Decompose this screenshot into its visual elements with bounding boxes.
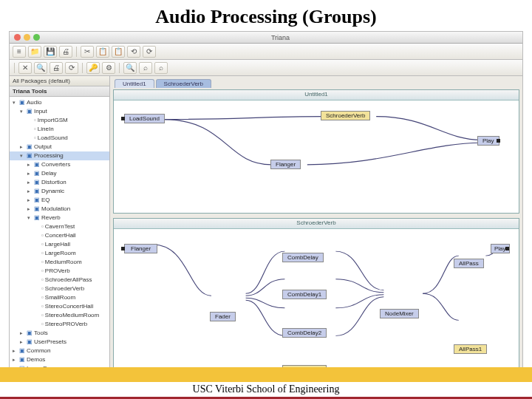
toolbar-button[interactable]: 🔍: [34, 62, 47, 74]
tree-item[interactable]: ▫StereoPROVerb: [10, 320, 109, 329]
toolbar-button[interactable]: 📋: [112, 46, 125, 58]
tree-label: LineIn: [38, 125, 54, 134]
tree-item[interactable]: ▫ImportGSM: [10, 116, 109, 125]
tree-item[interactable]: ▸▣Dynamic: [10, 187, 109, 196]
disclosure-icon[interactable]: ▸: [27, 205, 33, 214]
node-loadsound[interactable]: LoadSound: [124, 114, 165, 123]
toolbar-button[interactable]: ⚙: [102, 62, 115, 74]
toolbar-button[interactable]: 🔑: [86, 62, 100, 74]
toolbar-button[interactable]: ⟳: [65, 62, 78, 74]
tree-label: UserPresets: [34, 338, 66, 347]
disclosure-icon[interactable]: ▸: [27, 196, 33, 205]
leaf-icon: ▫: [41, 276, 44, 284]
disclosure-icon[interactable]: ▸: [27, 160, 33, 169]
tree-item[interactable]: ▫CavernTest: [10, 222, 109, 231]
tab-untitled1[interactable]: Untitled1: [115, 79, 154, 88]
canvas-bottom[interactable]: Flanger Fader CombDelay CombDelay1 CombD…: [114, 229, 519, 368]
tree-label: LargeRoom: [45, 249, 76, 258]
node-combdelay2[interactable]: CombDelay2: [282, 328, 327, 338]
tree-item[interactable]: ▸▣Common: [10, 347, 109, 355]
tree-item[interactable]: ▫SchroederAllPass: [10, 276, 109, 284]
node-combdelay1[interactable]: CombDelay1: [282, 290, 327, 299]
toolbar-button[interactable]: 📁: [28, 46, 41, 58]
tree-item[interactable]: ▸▣Converters: [10, 160, 109, 169]
tree-item[interactable]: ▫LargeHall: [10, 240, 109, 249]
close-icon[interactable]: [14, 34, 21, 41]
minimize-icon[interactable]: [24, 34, 30, 41]
tree-item[interactable]: ▫LargeRoom: [10, 249, 109, 258]
disclosure-icon[interactable]: ▸: [20, 143, 25, 151]
toolbar-button[interactable]: 🖨: [50, 62, 63, 74]
tree-label: ImportGSM: [38, 116, 68, 125]
toolbar-button[interactable]: 📋: [96, 46, 109, 58]
disclosure-icon[interactable]: ▸: [27, 169, 33, 178]
toolbar-button[interactable]: ⟳: [143, 46, 156, 58]
tree-item[interactable]: ▸▣Tools: [10, 329, 109, 338]
tab-schroederverb[interactable]: SchroederVerb: [156, 79, 211, 88]
tree-item[interactable]: ▸▣Delay: [10, 169, 109, 178]
canvas-top[interactable]: LoadSound SchroederVerb Flanger Play: [114, 100, 519, 213]
tree-item[interactable]: ▫StereoConcertHall: [10, 302, 109, 311]
node-flanger[interactable]: Flanger: [124, 244, 157, 253]
leaf-icon: ▫: [41, 284, 44, 293]
tree-label: ConcertHall: [45, 231, 76, 240]
disclosure-icon[interactable]: ▸: [27, 178, 33, 187]
packages-dropdown[interactable]: All Packages (default): [10, 76, 109, 86]
node-allpass[interactable]: AllPass: [454, 259, 484, 268]
tree-label: SchroederVerb: [45, 284, 84, 293]
tool-tree[interactable]: ▾▣Audio▾▣Input▫ImportGSM▫LineIn▫LoadSoun…: [10, 97, 109, 370]
toolbar-button[interactable]: ⟲: [127, 46, 140, 58]
tree-item[interactable]: ▫ConcertHall: [10, 231, 109, 240]
tree-item[interactable]: ▫LoadSound: [10, 134, 109, 143]
toolbar-button[interactable]: ⌕: [154, 62, 168, 74]
node-schroederverb[interactable]: SchroederVerb: [321, 111, 370, 120]
tree-item[interactable]: ▫MediumRoom: [10, 258, 109, 267]
tree-item[interactable]: ▫SmallRoom: [10, 293, 109, 302]
toolbar-button[interactable]: ✂: [81, 46, 94, 58]
toolbar-button[interactable]: 💾: [44, 46, 57, 58]
tree-item[interactable]: ▫StereoMediumRoom: [10, 311, 109, 320]
disclosure-icon[interactable]: ▸: [13, 355, 18, 364]
tree-item[interactable]: ▾▣Input: [10, 107, 109, 116]
node-nodemixer[interactable]: NodeMixer: [380, 309, 419, 318]
port[interactable]: [121, 117, 125, 120]
node-allpass1[interactable]: AllPass1: [454, 344, 487, 354]
toolbar-button[interactable]: ✕: [18, 62, 32, 74]
disclosure-icon[interactable]: ▸: [27, 187, 33, 196]
zoom-icon[interactable]: [33, 34, 40, 41]
disclosure-icon[interactable]: ▾: [20, 151, 25, 160]
folder-icon: ▣: [27, 143, 33, 151]
tree-item[interactable]: ▸▣Modulation: [10, 205, 109, 214]
toolbar-button[interactable]: ≡: [13, 46, 26, 58]
disclosure-icon[interactable]: ▸: [20, 338, 25, 347]
disclosure-icon[interactable]: ▾: [27, 214, 33, 222]
tree-label: StereoMediumRoom: [45, 311, 99, 320]
toolbar-button[interactable]: 🖨: [59, 46, 72, 58]
port[interactable]: [505, 247, 509, 250]
port[interactable]: [497, 139, 500, 143]
disclosure-icon[interactable]: ▸: [13, 347, 18, 355]
toolbar-button[interactable]: 🔍: [123, 62, 137, 74]
tree-item[interactable]: ▸▣Distortion: [10, 178, 109, 187]
tree-item[interactable]: ▫PROVerb: [10, 267, 109, 276]
tree-item[interactable]: ▸▣EQ: [10, 196, 109, 205]
disclosure-icon[interactable]: ▸: [20, 329, 25, 338]
node-fader[interactable]: Fader: [210, 312, 236, 321]
tree-item[interactable]: ▫SchroederVerb: [10, 284, 109, 293]
tree-item[interactable]: ▾▣Processing: [10, 151, 109, 160]
port[interactable]: [121, 247, 125, 250]
tree-item[interactable]: ▸▣UserPresets: [10, 338, 109, 347]
tree-item[interactable]: ▫LineIn: [10, 125, 109, 134]
tree-label: LargeHall: [45, 240, 70, 249]
node-flanger[interactable]: Flanger: [270, 160, 301, 169]
disclosure-icon[interactable]: ▾: [13, 98, 18, 107]
tree-item[interactable]: ▸▣Demos: [10, 355, 109, 364]
toolbar-button[interactable]: ⌕: [139, 62, 152, 74]
disclosure-icon[interactable]: ▾: [20, 107, 25, 116]
leaf-icon: ▫: [41, 302, 44, 311]
tree-item[interactable]: ▸▣Output: [10, 143, 109, 151]
tree-item[interactable]: ▾▣Audio: [10, 98, 109, 107]
tree-item[interactable]: ▾▣Reverb: [10, 214, 109, 222]
pane-title: Untitled1: [114, 90, 519, 100]
node-combdelay[interactable]: CombDelay: [282, 253, 324, 262]
